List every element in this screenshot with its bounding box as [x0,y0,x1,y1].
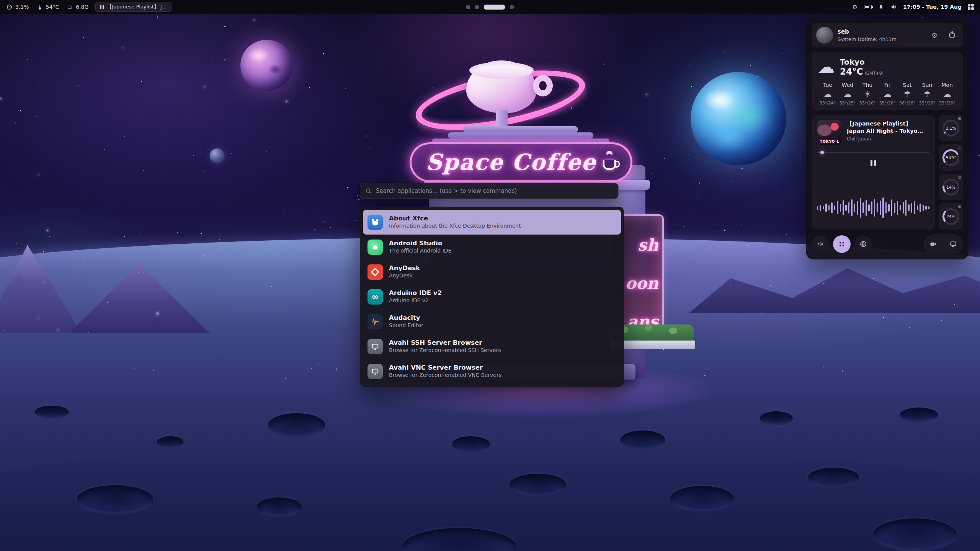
user-name: seb [838,28,923,35]
day-temps: 35°/26° [879,101,896,106]
power-icon [949,32,955,38]
display-button[interactable] [944,235,962,253]
workspace-dot[interactable] [510,5,514,9]
app-grid-icon[interactable] [967,3,975,11]
pause-button[interactable] [871,160,876,166]
music-player-card: TOKYO L 【Japanese Playlist】 Japan All Ni… [812,115,935,230]
cpu-indicator[interactable]: 3.1% [5,3,29,11]
memory-indicator[interactable]: 6.8G [66,3,88,11]
dashboard-panel: seb System Uptime: 4h11m ⚙ ☁ Tokyo 24°C(… [806,18,969,259]
cloud-icon: ☁ [943,90,951,98]
app-name: AnyDesk [389,265,420,272]
day-label: Sun [922,82,933,88]
gauge-value: 24% [944,210,957,223]
forecast-day: Tue☁33°/24° [818,82,838,106]
app-desc: Sound Editor [389,323,423,328]
system-gauges: ▣ 3.1% ♨ 54°C ▤ 14% ◉ 24% [939,115,963,230]
gauge-value: 54°C [944,151,957,164]
cloud-icon: ☁ [824,90,832,98]
album-art: TOKYO L [817,120,842,145]
cup-handle [533,75,553,96]
volume-icon[interactable] [890,3,898,11]
system-uptime: System Uptime: 4h11m [838,36,923,42]
battery-icon[interactable] [864,3,872,11]
cpu-icon [5,3,13,11]
launcher-item-avahi-vnc[interactable]: Avahi VNC Server BrowserBrowse for Zeroc… [363,359,621,384]
forecast-day: Sun☂33°/26° [917,82,937,106]
anydesk-icon [368,264,383,280]
power-button[interactable] [946,29,959,42]
temp-indicator[interactable]: 54°C [36,3,59,11]
sign-pole [496,110,508,129]
launcher-item-about-xfce[interactable]: About XfceInformation about the Xfce Des… [363,210,621,235]
workspace-dot[interactable] [466,5,470,9]
server-browser-icon [368,339,383,354]
forecast-day: Mon☁33°/26° [937,82,957,106]
app-desc: Browse for Zeroconf-enabled VNC Servers [389,372,501,378]
cloud-icon: ☁ [818,59,835,75]
server-browser-icon [368,364,383,379]
quick-actions [812,234,963,254]
weather-forecast: Tue☁33°/24° Wed☁35°/25° Thu☀33°/26° Fri☁… [818,82,957,106]
roof-step [448,132,593,139]
launcher-search-bar[interactable] [360,183,619,199]
cpu-value: 3.1% [15,4,29,10]
weather-city: Tokyo [840,57,884,67]
app-desc: The official Android IDE [389,248,451,254]
arduino-icon: ∞ [368,289,383,305]
day-temps: 33°/26° [919,101,936,106]
settings-button[interactable]: ⚙ [928,29,941,42]
workspace-indicator[interactable] [466,5,514,10]
android-studio-icon [368,240,383,255]
cpu-gauge: ▣ 3.1% [939,115,963,141]
app-name: Arduino IDE v2 [389,290,442,297]
window-neon-text: oon [625,274,658,293]
day-label: Wed [842,82,854,88]
disk-gauge: ◉ 24% [939,203,963,230]
seek-bar[interactable] [817,151,929,154]
search-input[interactable] [376,187,613,194]
forecast-day: Wed☁35°/25° [838,82,858,106]
forecast-day: Fri☁35°/26° [877,82,897,106]
launcher-item-anydesk[interactable]: AnyDeskAnyDesk [363,259,621,284]
neon-sign-text: Space Coffee [426,149,596,175]
cloud-icon: ☁ [844,90,852,98]
now-playing-title: 【Japanese Playlist】 J... [107,3,167,10]
clock[interactable]: 17:09 - Tue, 19 Aug [903,4,962,10]
track-artist: Chill Japan. [847,136,929,142]
ram-icon [66,3,74,11]
weather-timezone: (GMT+9) [864,71,884,76]
app-desc: Browse for Zeroconf-enabled SSH Servers [389,347,501,353]
pause-icon [100,5,104,9]
bell-icon[interactable] [877,3,885,11]
launcher-item-avahi-ssh[interactable]: Avahi SSH Server BrowserBrowse for Zeroc… [363,334,621,359]
app-desc: AnyDesk [389,273,420,279]
tools-icon[interactable]: ⚙ [851,3,859,11]
launcher-item-audacity[interactable]: AudacitySound Editor [363,309,621,334]
day-temps: 36°/26° [899,101,916,106]
day-label: Fri [884,82,891,88]
seek-handle[interactable] [820,151,824,154]
gauge-value: 14% [944,181,957,194]
memory-gauge: ▤ 14% [939,174,963,200]
now-playing-chip[interactable]: 【Japanese Playlist】 J... [95,2,172,12]
app-name: Android Studio [389,240,451,247]
temp-value: 54°C [46,4,59,10]
umbrella-icon: ☂ [924,90,931,98]
apps-button[interactable] [833,235,851,253]
launcher-item-android-studio[interactable]: Android StudioThe official Android IDE [363,235,621,259]
launcher-item-arduino[interactable]: ∞ Arduino IDE v2Arduino IDE v2 [363,284,621,309]
day-label: Thu [862,82,872,88]
stats-button[interactable] [812,235,829,253]
temp-gauge: ♨ 54°C [939,144,963,171]
thermometer-icon: ♨ [958,146,961,150]
hedge-plants [612,324,694,342]
forecast-day: Sat☂36°/26° [897,82,917,106]
workspace-dot[interactable] [475,5,479,9]
web-button[interactable] [854,235,872,253]
day-label: Sat [903,82,912,88]
workspace-dot-active[interactable] [484,5,505,10]
disk-icon: ◉ [958,205,961,209]
ram-icon: ▤ [958,175,961,179]
screencast-button[interactable] [924,235,942,253]
